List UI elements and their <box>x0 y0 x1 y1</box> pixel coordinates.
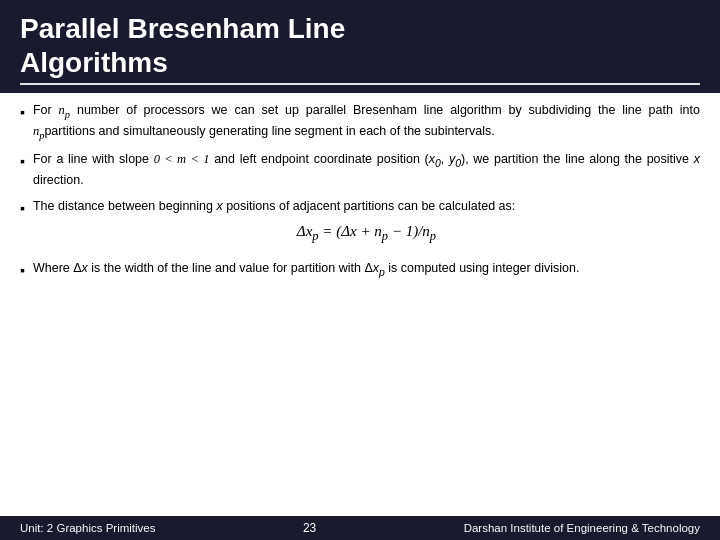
bullet-text: Where Δx is the width of the line and va… <box>33 259 700 280</box>
bullet-text: The distance between beginning x positio… <box>33 197 700 251</box>
slide-container: Parallel Bresenham Line Algorithms ▪ For… <box>0 0 720 540</box>
footer-page: 23 <box>303 521 316 535</box>
list-item: ▪ Where Δx is the width of the line and … <box>20 259 700 280</box>
bullet-marker: ▪ <box>20 102 25 122</box>
list-item: ▪ For np number of processors we can set… <box>20 101 700 142</box>
list-item: ▪ For a line with slope 0 < m < 1 and le… <box>20 150 700 189</box>
bullet-text: For np number of processors we can set u… <box>33 101 700 142</box>
footer-institute: Darshan Institute of Engineering & Techn… <box>464 522 700 534</box>
math-formula: Δxp = (Δx + np − 1)/np <box>33 221 700 245</box>
slide-content: ▪ For np number of processors we can set… <box>0 93 720 516</box>
slide-footer: Unit: 2 Graphics Primitives 23 Darshan I… <box>0 516 720 540</box>
bullet-text: For a line with slope 0 < m < 1 and left… <box>33 150 700 189</box>
bullet-marker: ▪ <box>20 198 25 218</box>
bullet-marker: ▪ <box>20 260 25 280</box>
footer-unit: Unit: 2 Graphics Primitives <box>20 522 155 534</box>
header-underline <box>20 83 700 85</box>
math-np: np <box>59 103 70 117</box>
slide-header: Parallel Bresenham Line Algorithms <box>0 0 720 93</box>
slide-title: Parallel Bresenham Line Algorithms <box>20 12 700 79</box>
bullet-marker: ▪ <box>20 151 25 171</box>
list-item: ▪ The distance between beginning x posit… <box>20 197 700 251</box>
math-slope: 0 < m < 1 <box>154 152 210 166</box>
math-np2: np <box>33 124 44 138</box>
bullet-list: ▪ For np number of processors we can set… <box>20 101 700 281</box>
